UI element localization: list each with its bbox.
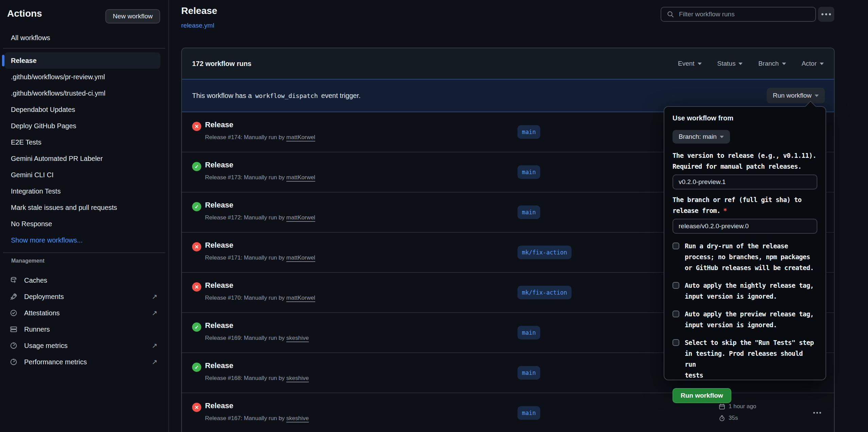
sidebar-workflow-item[interactable]: Deploy GitHub Pages	[4, 118, 160, 134]
actor-link[interactable]: skeshive	[286, 415, 309, 421]
kebab-icon	[825, 13, 827, 15]
run-description: Release #174: Manually run by mattKorwel	[205, 134, 315, 141]
sidebar-item-attestations[interactable]: Attestations ↗	[4, 305, 160, 321]
filter-actor-dropdown[interactable]: Actor	[802, 60, 824, 67]
branch-pill[interactable]: main	[517, 406, 540, 420]
sidebar-workflow-item[interactable]: Integration Tests	[4, 183, 160, 199]
chevron-down-icon	[738, 63, 743, 65]
actor-link[interactable]: mattKorwel	[286, 295, 315, 301]
branch-pill[interactable]: main	[517, 165, 540, 179]
sidebar-item-selected[interactable]: Release	[4, 52, 160, 69]
filter-workflow-runs-input[interactable]	[661, 7, 816, 22]
actor-link[interactable]: skeshive	[286, 335, 309, 341]
status-success-icon: ✓	[192, 162, 201, 171]
verified-icon	[10, 309, 18, 317]
filter-event-dropdown[interactable]: Event	[678, 60, 702, 67]
run-title[interactable]: Release	[205, 241, 233, 250]
run-workflow-submit-button[interactable]: Run workflow	[673, 388, 731, 403]
cache-icon	[10, 276, 18, 284]
stopwatch-icon	[719, 415, 725, 421]
run-description: Release #170: Manually run by mattKorwel	[205, 295, 315, 301]
sidebar-workflow-item[interactable]: No Response	[4, 216, 160, 232]
popover-checkbox-option[interactable]: Auto apply the nightly release tag, inpu…	[673, 280, 817, 302]
sidebar-workflow-item[interactable]: E2E Tests	[4, 134, 160, 150]
branch-select-button[interactable]: Branch: main	[673, 130, 730, 144]
actor-link[interactable]: mattKorwel	[286, 214, 315, 221]
run-title[interactable]: Release	[205, 120, 233, 129]
main-content: Release release.yml 172 workflow runs Ev…	[169, 0, 868, 432]
filter-status-dropdown[interactable]: Status	[717, 60, 743, 67]
runs-filters: Event Status Branch Actor	[662, 60, 824, 67]
run-title[interactable]: Release	[205, 321, 233, 330]
workflow-run-row[interactable]: ✕ Release Release #167: Manually run by …	[182, 393, 834, 432]
sidebar-workflow-item[interactable]: .github/workflows/trusted-ci.yml	[4, 85, 160, 101]
banner-code: workflow_dispatch	[255, 92, 318, 99]
branch-pill[interactable]: main	[517, 205, 540, 219]
run-description: Release #169: Manually run by skeshive	[205, 335, 309, 342]
branch-pill[interactable]: main	[517, 125, 540, 139]
ref-description: The branch or ref (full git sha) to rele…	[673, 194, 817, 216]
sidebar-item-usage-metrics[interactable]: Usage metrics ↗	[4, 337, 160, 354]
popover-checkbox-option[interactable]: Select to skip the "Run Tests" step in t…	[673, 337, 817, 381]
popover-heading: Use workflow from	[673, 114, 817, 122]
sidebar-workflow-item[interactable]: Show more workflows...	[4, 232, 160, 248]
branch-pill[interactable]: main	[517, 326, 540, 339]
version-input[interactable]	[673, 175, 817, 189]
filter-branch-dropdown[interactable]: Branch	[758, 60, 786, 67]
branch-pill[interactable]: mk/fix-action	[517, 286, 572, 299]
actor-link[interactable]: mattKorwel	[286, 254, 315, 261]
branch-pill[interactable]: main	[517, 366, 540, 380]
popover-checkbox-option[interactable]: Run a dry-run of the release process; no…	[673, 240, 817, 273]
run-description: Release #167: Manually run by skeshive	[205, 415, 309, 422]
chevron-down-icon	[782, 63, 786, 65]
kebab-icon	[816, 412, 818, 414]
sidebar-item-performance-metrics[interactable]: Performance metrics ↗	[4, 354, 160, 370]
chevron-down-icon	[820, 63, 824, 65]
chevron-down-icon	[720, 136, 724, 138]
rocket-icon	[10, 293, 18, 301]
checkbox[interactable]	[673, 243, 679, 249]
ref-input[interactable]	[673, 219, 817, 234]
search-input[interactable]	[678, 10, 805, 18]
sidebar-workflow-item[interactable]: Gemini Automated PR Labeler	[4, 150, 160, 167]
run-description: Release #168: Manually run by skeshive	[205, 375, 309, 382]
workflow-file-link[interactable]: release.yml	[181, 22, 214, 29]
status-failure-icon: ✕	[192, 403, 201, 412]
actor-link[interactable]: mattKorwel	[286, 134, 315, 140]
sidebar-workflow-item[interactable]: Gemini CLI CI	[4, 167, 160, 183]
sidebar-workflow-item[interactable]: .github/workflows/pr-review.yml	[4, 69, 160, 85]
run-description: Release #173: Manually run by mattKorwel	[205, 174, 315, 181]
server-icon	[10, 325, 18, 333]
popover-checkbox-option[interactable]: Auto apply the preview release tag, inpu…	[673, 309, 817, 330]
search-icon	[667, 11, 674, 18]
workflow-options-kebab-button[interactable]	[818, 7, 834, 22]
actor-link[interactable]: mattKorwel	[286, 174, 315, 181]
management-heading: Management	[11, 258, 45, 264]
sidebar-workflow-item[interactable]: Dependabot Updates	[4, 101, 160, 118]
page-title: Actions	[7, 8, 42, 19]
sidebar-item-all-workflows[interactable]: All workflows	[4, 30, 160, 46]
checkbox[interactable]	[673, 311, 679, 317]
new-workflow-button[interactable]: New workflow	[105, 9, 160, 23]
branch-pill[interactable]: mk/fix-action	[517, 246, 572, 259]
actor-link[interactable]: skeshive	[286, 375, 309, 381]
checkbox[interactable]	[673, 339, 679, 346]
run-title[interactable]: Release	[205, 161, 233, 169]
run-options-kebab-button[interactable]	[810, 408, 824, 418]
run-title[interactable]: Release	[205, 201, 233, 210]
run-title[interactable]: Release	[205, 281, 233, 290]
status-success-icon: ✓	[192, 202, 201, 211]
sidebar-item-runners[interactable]: Runners	[4, 321, 160, 337]
runs-list-header: 172 workflow runs Event Status Branch Ac…	[182, 48, 834, 80]
run-time: 1 hour ago	[729, 403, 756, 410]
status-success-icon: ✓	[192, 363, 201, 372]
actions-page: Actions New workflow All workflows Relea…	[0, 0, 868, 432]
run-title[interactable]: Release	[205, 401, 233, 410]
sidebar-item-deployments[interactable]: Deployments ↗	[4, 288, 160, 305]
run-title[interactable]: Release	[205, 361, 233, 370]
sidebar-item-caches[interactable]: Caches	[4, 272, 160, 288]
run-workflow-dropdown-button[interactable]: Run workflow	[767, 88, 825, 103]
checkbox[interactable]	[673, 282, 679, 289]
management-list: Caches Deployments ↗ Attestations ↗ Runn…	[4, 272, 160, 370]
sidebar-workflow-item[interactable]: Mark stale issues and pull requests	[4, 199, 160, 216]
